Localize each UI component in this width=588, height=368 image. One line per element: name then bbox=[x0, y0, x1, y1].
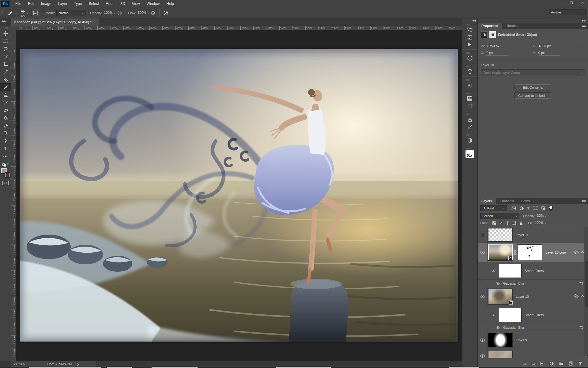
visibility-toggle[interactable] bbox=[478, 349, 488, 358]
menu-item[interactable]: Help bbox=[163, 0, 177, 7]
menu-item[interactable]: Select bbox=[85, 0, 102, 7]
filter-blend-options-icon[interactable] bbox=[579, 281, 584, 285]
filter-name[interactable]: Gaussian Blur bbox=[503, 282, 524, 285]
layer-row-layer10[interactable]: Layer 10 bbox=[478, 287, 588, 306]
panel-menu-icon[interactable] bbox=[582, 24, 586, 27]
move-tool[interactable] bbox=[0, 30, 11, 37]
dock-grip[interactable] bbox=[466, 148, 473, 149]
layer-name[interactable]: Layer 9 bbox=[516, 338, 527, 342]
paint-bucket-tool[interactable] bbox=[0, 114, 11, 122]
workspace-select[interactable]: Awake ⌄ bbox=[549, 9, 586, 15]
visibility-toggle[interactable] bbox=[478, 243, 488, 262]
lock-pixels-icon[interactable] bbox=[499, 221, 503, 225]
dock-grip[interactable] bbox=[466, 113, 473, 115]
ruler-corner[interactable] bbox=[11, 26, 16, 30]
lock-all-icon[interactable] bbox=[519, 221, 523, 225]
filter-adjustment-layers-icon[interactable] bbox=[519, 206, 524, 211]
quick-selection-tool[interactable] bbox=[0, 53, 11, 60]
tab-channels[interactable]: Channels bbox=[496, 198, 517, 204]
filter-mask-thumbnail[interactable] bbox=[498, 308, 522, 322]
layer-row-partial[interactable] bbox=[478, 349, 588, 358]
toolbar-grip[interactable] bbox=[3, 27, 8, 29]
adjustments-panel-icon[interactable] bbox=[465, 136, 474, 144]
background-color-swatch[interactable] bbox=[5, 173, 10, 177]
new-adjustment-layer-icon[interactable] bbox=[549, 361, 554, 366]
layer-blend-mode-select[interactable]: Screen ⌄ bbox=[480, 213, 519, 219]
layer-row-layer11[interactable]: Layer 11 bbox=[478, 227, 588, 243]
smart-filters-row[interactable]: Smart Filters bbox=[478, 306, 588, 324]
close-icon[interactable]: ✕ bbox=[94, 21, 97, 24]
edit-toolbar-ellipsis[interactable]: ••• bbox=[0, 152, 11, 160]
tab-properties[interactable]: Properties bbox=[478, 23, 502, 29]
panel-menu-icon[interactable] bbox=[582, 199, 586, 202]
dock-grip[interactable] bbox=[466, 24, 473, 25]
scrollbar-thumb[interactable] bbox=[585, 261, 588, 307]
info-panel-icon[interactable] bbox=[465, 54, 474, 62]
visibility-toggle[interactable] bbox=[492, 314, 496, 316]
new-layer-icon[interactable] bbox=[568, 361, 573, 366]
expand-panels-icon[interactable]: ▶▶ bbox=[582, 19, 586, 22]
layer-thumbnail[interactable] bbox=[488, 351, 513, 358]
pen-tool[interactable] bbox=[0, 137, 11, 145]
layer-thumbnail[interactable] bbox=[488, 228, 513, 242]
clone-stamp-tool[interactable] bbox=[0, 91, 11, 99]
brush-tool[interactable] bbox=[0, 83, 11, 91]
filter-blend-options-icon[interactable] bbox=[579, 325, 584, 329]
smart-filters-row[interactable]: Smart Filters bbox=[478, 262, 588, 280]
toolbar-collapse-icon[interactable]: ▶▶ bbox=[2, 20, 6, 23]
smart-filter-indicator-icon[interactable] bbox=[574, 294, 579, 298]
brush-settings-panel-icon[interactable] bbox=[465, 123, 474, 130]
plugin-panel-icon[interactable] bbox=[466, 150, 474, 158]
visibility-toggle[interactable] bbox=[478, 227, 488, 243]
visibility-toggle[interactable] bbox=[492, 270, 496, 272]
toggle-brush-panel-button[interactable] bbox=[31, 9, 39, 17]
layer-styles-icon[interactable]: fx bbox=[532, 361, 535, 366]
layer-thumbnail[interactable] bbox=[488, 289, 513, 305]
menu-item[interactable]: Image bbox=[38, 0, 55, 7]
smart-filters-label[interactable]: Smart Filters bbox=[525, 269, 544, 273]
filter-mask-thumbnail[interactable] bbox=[498, 264, 522, 278]
tool-preset-picker[interactable]: ⌄ bbox=[6, 9, 17, 17]
brushes-panel-icon[interactable] bbox=[465, 116, 474, 123]
type-tool[interactable]: T bbox=[0, 145, 11, 152]
status-options-chevron[interactable]: ❯ bbox=[77, 362, 79, 366]
smart-filter-indicator-icon[interactable] bbox=[574, 251, 579, 255]
3d-panel-icon[interactable] bbox=[465, 68, 474, 75]
menu-item[interactable]: 3D bbox=[117, 0, 128, 7]
visibility-toggle[interactable] bbox=[478, 287, 488, 306]
layer-thumbnail[interactable] bbox=[488, 333, 513, 347]
layers-scrollbar[interactable] bbox=[584, 227, 588, 358]
dock-grip[interactable] bbox=[466, 134, 473, 136]
options-grip[interactable] bbox=[1, 10, 3, 16]
layer-opacity-value[interactable]: 32% bbox=[537, 214, 544, 218]
layer-name[interactable]: Layer 11 bbox=[516, 233, 529, 237]
opacity-value[interactable]: 100% bbox=[104, 11, 112, 15]
airbrush-icon[interactable] bbox=[149, 9, 157, 17]
brush-preset-picker[interactable]: 300 ⌄ bbox=[20, 9, 28, 17]
mask-link-icon[interactable] bbox=[514, 250, 517, 255]
filter-name[interactable]: Gaussian Blur bbox=[503, 326, 524, 329]
gaussian-blur-row[interactable]: Gaussian Blur bbox=[478, 324, 588, 331]
lock-transparent-icon[interactable] bbox=[492, 221, 496, 225]
collapse-filters-chevron[interactable] bbox=[581, 251, 584, 255]
visibility-toggle[interactable] bbox=[496, 326, 500, 329]
gaussian-blur-row[interactable]: Gaussian Blur bbox=[478, 280, 588, 287]
edit-contents-button[interactable]: Edit Contents bbox=[515, 84, 551, 90]
add-mask-icon[interactable] bbox=[540, 361, 545, 366]
tab-paths[interactable]: Paths bbox=[518, 198, 533, 204]
character-panel-icon[interactable]: A| bbox=[465, 81, 474, 89]
close-button[interactable]: ✕ bbox=[577, 0, 588, 6]
crop-tool[interactable] bbox=[0, 60, 11, 68]
eyedropper-tool[interactable] bbox=[0, 68, 11, 76]
collapse-panels-icon[interactable]: ◀◀ bbox=[472, 19, 476, 22]
collapse-filters-chevron[interactable] bbox=[581, 295, 584, 298]
x-field[interactable]: 0 px bbox=[486, 51, 508, 56]
layer-name[interactable]: Layer 10 copy bbox=[545, 251, 567, 254]
menu-item[interactable]: View bbox=[129, 0, 143, 7]
zoom-level-field[interactable]: 21.23% bbox=[11, 361, 30, 367]
mask-icon[interactable] bbox=[489, 31, 496, 38]
layer-row-layer9[interactable]: Layer 9 bbox=[478, 331, 588, 349]
filter-kind-select[interactable]: Kind ⌄ bbox=[480, 205, 507, 211]
lock-artboard-icon[interactable] bbox=[512, 221, 516, 225]
lock-position-icon[interactable] bbox=[506, 221, 510, 225]
